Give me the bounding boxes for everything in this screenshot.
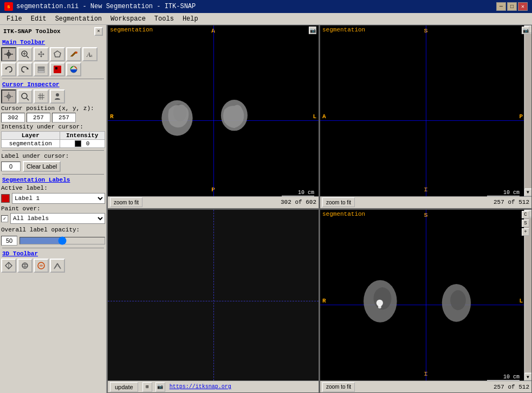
vp-tl-icons: 📷 [309, 27, 316, 34]
vp-tr-zoom-btn[interactable]: zoom to fit [322, 197, 355, 207]
inspect-cursor-btn[interactable] [1, 89, 16, 104]
section-cursor-inspector: Cursor Inspector [2, 81, 105, 88]
menubar: File Edit Segmentation Workspace Tools H… [0, 13, 532, 25]
active-label-dropdown[interactable]: Label 1 [12, 193, 105, 204]
svg-rect-17 [55, 67, 57, 69]
3d-btn1[interactable] [1, 259, 16, 273]
clear-label-button[interactable]: Clear Label [23, 161, 61, 172]
vp-br-zoom-btn[interactable]: zoom to fit [322, 382, 355, 392]
minimize-button[interactable]: ─ [496, 2, 506, 11]
label-tool-btn[interactable]: Aa [82, 47, 98, 61]
intensity-layer-name: segmentation [2, 140, 60, 148]
intensity-color-swatch [75, 140, 81, 147]
menu-workspace[interactable]: Workspace [106, 14, 150, 24]
active-label-color-swatch [1, 194, 10, 203]
close-button[interactable]: ✕ [518, 2, 528, 11]
vp-br-icon-c[interactable]: C [522, 211, 529, 218]
window-controls: ─ □ ✕ [496, 2, 528, 11]
opacity-slider[interactable] [20, 237, 105, 244]
menu-tools[interactable]: Tools [150, 14, 178, 24]
cursor-coords-row [1, 113, 105, 123]
menu-help[interactable]: Help [178, 14, 203, 24]
layers-btn[interactable] [34, 62, 49, 76]
section-seg-labels: Segmentation Labels [2, 177, 105, 183]
svg-point-41 [374, 287, 392, 310]
vp-tr-bottom-bar: zoom to fit 257 of 512 [320, 196, 531, 208]
3d-btn2[interactable] [17, 259, 33, 273]
vp-br-icon-plus[interactable]: + [522, 228, 529, 236]
vp-bl-icon1[interactable]: ⊞ [142, 382, 152, 392]
opacity-value-input[interactable] [1, 236, 17, 246]
zoom-tool-btn[interactable] [17, 47, 33, 61]
menu-segmentation[interactable]: Segmentation [51, 14, 106, 24]
menu-file[interactable]: File [2, 14, 27, 24]
3d-btn3[interactable] [34, 259, 49, 273]
vp-br-scroll-track [525, 218, 531, 373]
vp-tr-camera-icon[interactable]: 📷 [522, 27, 529, 34]
paint-tool-btn[interactable] [66, 47, 81, 61]
toolbox-close-icon[interactable]: × [94, 27, 103, 36]
svg-point-43 [378, 305, 381, 308]
opacity-label: Overall label opacity: [1, 227, 80, 233]
vp-tr-scroll-down[interactable]: ▼ [524, 189, 532, 196]
active-label-row: Label 1 [1, 193, 105, 204]
main-toolbar-row2 [1, 62, 105, 76]
toolbox-title: ITK-SNAP Toolbox [3, 28, 61, 35]
pan-tool-btn[interactable] [34, 47, 49, 61]
undo-btn[interactable] [1, 62, 16, 76]
vp-tl-camera-icon[interactable]: 📷 [309, 27, 316, 34]
divider2 [2, 150, 104, 151]
intensity-value: 0 [60, 140, 105, 148]
vp-bl-status-link[interactable]: https://itksnap.org [170, 384, 231, 390]
svg-line-23 [27, 98, 29, 100]
inspect-grid-btn[interactable] [34, 89, 49, 104]
viewport-top-right: segmentation 📷 S I A P 10 cm ▲ ▼ [320, 25, 532, 209]
3d-toolbar-row [1, 259, 105, 273]
toolbox-panel: ITK-SNAP Toolbox × Main Toolbar [0, 25, 107, 393]
svg-point-22 [22, 93, 27, 99]
viewport-bottom-left: update ⊞ 📷 https://itksnap.org [107, 209, 320, 394]
vp-tr-scale-text: 10 cm [503, 190, 520, 196]
maximize-button[interactable]: □ [507, 2, 517, 11]
intensity-col-value: Intensity [60, 132, 105, 140]
divider4 [2, 248, 104, 248]
svg-point-28 [56, 93, 59, 96]
vp-br-scale-text: 10 cm [503, 374, 520, 380]
inspect-person-btn[interactable] [50, 89, 65, 104]
active-label-text: Active label: [1, 185, 105, 191]
vp-tl-label: segmentation [110, 27, 153, 33]
section-3d-toolbar: 3D Toolbar [2, 250, 105, 257]
vp-bl-icon-row: ⊞ 📷 [142, 382, 165, 392]
intensity-number: 0 [86, 140, 90, 147]
vp-bl-update-btn[interactable]: update [110, 382, 138, 392]
vp-tr-crosshair-v [426, 25, 426, 208]
vp-bl-crosshair-h [108, 301, 319, 301]
3d-btn4[interactable] [50, 259, 65, 273]
cursor-y-input[interactable] [27, 113, 50, 123]
paint-over-dropdown[interactable]: All labels [10, 213, 105, 224]
seg-btn[interactable] [50, 62, 65, 76]
vp-tr-scrollbar: ▲ ▼ [524, 25, 531, 196]
vp-br-icon-s[interactable]: S [522, 220, 529, 227]
cursor-z-input[interactable] [52, 113, 76, 123]
vp-tl-counter: 302 of 602 [281, 199, 316, 205]
vp-tr-label: segmentation [322, 27, 365, 33]
toolbox-titlebar: ITK-SNAP Toolbox × [1, 26, 105, 37]
cursor-x-input[interactable] [1, 113, 25, 123]
viewports-panel: segmentation 📷 A P R L [107, 25, 532, 393]
label-num-input[interactable] [1, 162, 21, 171]
vp-bl-icon2[interactable]: 📷 [155, 382, 165, 392]
inspect-zoom-btn[interactable] [17, 89, 33, 104]
vp-br-scroll-down[interactable]: ▼ [524, 373, 532, 381]
crosshair-tool-btn[interactable] [1, 47, 16, 61]
vp-br-counter: 257 of 512 [494, 384, 529, 390]
redo-btn[interactable] [17, 62, 33, 76]
vp-tl-zoom-btn[interactable]: zoom to fit [110, 197, 142, 207]
paint-over-checkbox[interactable]: ✓ [1, 215, 8, 222]
menu-edit[interactable]: Edit [27, 14, 51, 24]
inspector-tools [1, 89, 105, 104]
polygon-tool-btn[interactable] [50, 47, 65, 61]
svg-rect-14 [38, 69, 44, 70]
colormap-btn[interactable] [66, 62, 81, 76]
cursor-position-label: Cursor position (x, y, z): [1, 105, 105, 112]
